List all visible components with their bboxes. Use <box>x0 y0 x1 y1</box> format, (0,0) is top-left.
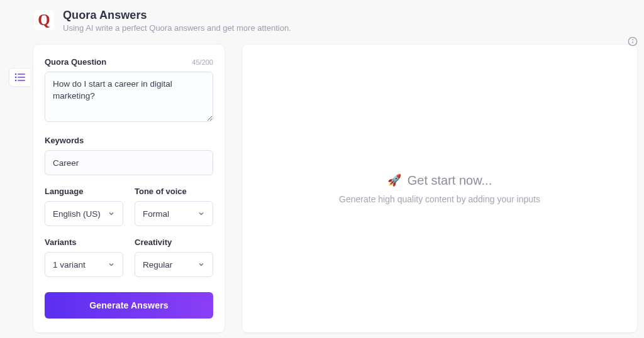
variants-label: Variants <box>45 237 77 247</box>
chevron-down-icon <box>197 210 205 217</box>
main-layout: Quora Question 45/200 How do I start a c… <box>0 33 644 333</box>
quora-logo: Q <box>34 10 54 30</box>
creativity-select[interactable]: Regular <box>135 252 213 277</box>
creativity-value: Regular <box>143 260 172 270</box>
quora-logo-letter: Q <box>38 12 50 29</box>
page-title: Quora Answers <box>63 9 291 22</box>
question-input[interactable]: How do I start a career in digital marke… <box>45 72 213 122</box>
question-label: Quora Question <box>45 57 106 67</box>
creativity-label: Creativity <box>135 237 172 247</box>
svg-rect-6 <box>18 77 25 78</box>
svg-rect-8 <box>18 80 25 81</box>
language-value: English (US) <box>53 209 101 219</box>
tone-value: Formal <box>143 209 169 219</box>
rocket-icon: 🚀 <box>387 173 401 187</box>
tone-label: Tone of voice <box>135 187 187 196</box>
svg-rect-4 <box>18 74 25 75</box>
field-tone: Tone of voice Formal <box>135 187 213 226</box>
output-card: 🚀 Get start now... Generate high quality… <box>242 44 638 333</box>
field-language: Language English (US) <box>45 187 123 226</box>
language-label: Language <box>45 187 83 196</box>
output-placeholder-subtitle: Generate high quality content by adding … <box>339 194 540 204</box>
field-creativity: Creativity Regular <box>135 237 213 277</box>
output-title-text: Get start now... <box>408 173 492 188</box>
svg-point-5 <box>14 77 16 79</box>
side-list-toggle[interactable] <box>9 68 30 87</box>
keywords-input[interactable] <box>45 150 213 175</box>
field-variants: Variants 1 variant <box>45 237 123 277</box>
page-subtitle: Using AI write a perfect Quora answers a… <box>63 23 291 33</box>
svg-point-3 <box>14 74 16 75</box>
generate-button[interactable]: Generate Answers <box>45 292 213 319</box>
chevron-down-icon <box>108 261 115 268</box>
keywords-label: Keywords <box>45 136 84 145</box>
question-counter: 45/200 <box>192 58 213 66</box>
field-keywords: Keywords <box>45 136 213 175</box>
output-placeholder-title: 🚀 Get start now... <box>387 173 492 188</box>
list-icon <box>14 73 26 82</box>
chevron-down-icon <box>108 210 115 217</box>
variants-value: 1 variant <box>53 260 86 270</box>
chevron-down-icon <box>197 261 205 268</box>
svg-point-2 <box>633 40 633 40</box>
variants-select[interactable]: 1 variant <box>45 252 123 277</box>
language-select[interactable]: English (US) <box>45 201 123 226</box>
form-card: Quora Question 45/200 How do I start a c… <box>33 44 225 333</box>
svg-point-7 <box>14 80 16 82</box>
tone-select[interactable]: Formal <box>135 201 213 226</box>
page-header: Q Quora Answers Using AI write a perfect… <box>0 0 644 33</box>
header-text: Quora Answers Using AI write a perfect Q… <box>63 9 291 33</box>
info-icon[interactable] <box>628 36 638 49</box>
field-question: Quora Question 45/200 How do I start a c… <box>45 57 213 124</box>
